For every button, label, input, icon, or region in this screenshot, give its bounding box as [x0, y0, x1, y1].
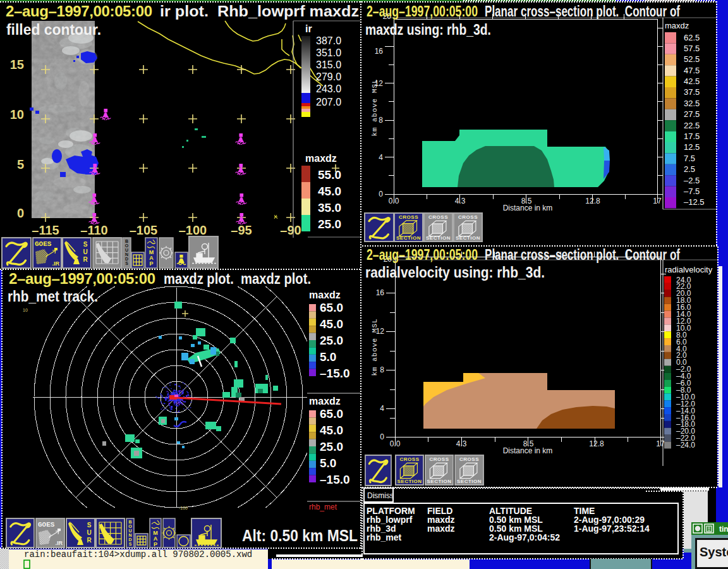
svg-text:17: 17: [656, 439, 665, 448]
svg-text:Planar cross–section plot. Co: Planar cross–section plot. Contour of: [485, 3, 681, 20]
svg-text:Distance in km: Distance in km: [503, 446, 553, 455]
svg-text:Dismiss: Dismiss: [367, 491, 394, 500]
svg-text:maxdz: maxdz: [427, 523, 455, 534]
svg-text:GOES: GOES: [35, 240, 52, 248]
svg-text:25.0: 25.0: [320, 440, 343, 453]
svg-text:maxdz using: rhb_3d.: maxdz using: rhb_3d.: [365, 21, 491, 38]
svg-text:D: D: [125, 257, 128, 261]
svg-text:maxdz plot. maxdz plot.: maxdz plot. maxdz plot.: [164, 270, 311, 287]
svg-text:22.5: 22.5: [684, 121, 700, 130]
svg-text:42.5: 42.5: [684, 76, 700, 86]
svg-text:ir plot. Rhb_lowprf maxdz: ir plot. Rhb_lowprf maxdz: [160, 3, 359, 20]
svg-text:0: 0: [17, 206, 24, 220]
svg-text:CROSS: CROSS: [430, 456, 449, 462]
svg-text:12.5: 12.5: [684, 142, 700, 152]
svg-text:1-Aug-97,23:52:14: 1-Aug-97,23:52:14: [574, 523, 650, 534]
svg-text:–24.0: –24.0: [676, 441, 695, 450]
svg-text:65.0: 65.0: [320, 407, 343, 420]
svg-text:5.0: 5.0: [320, 456, 336, 470]
svg-text:–95: –95: [231, 223, 252, 237]
svg-text:37.5: 37.5: [684, 87, 700, 97]
svg-text:km above MSL: km above MSL: [371, 78, 379, 136]
svg-text:SECTION: SECTION: [427, 479, 451, 484]
svg-text:–90: –90: [280, 223, 301, 237]
svg-text:32.5: 32.5: [684, 99, 700, 108]
svg-text:5: 5: [17, 157, 24, 171]
svg-text:U: U: [83, 248, 87, 255]
svg-text:27.5: 27.5: [684, 109, 700, 119]
svg-text:Syster: Syster: [700, 545, 728, 559]
svg-text:maxdz: maxdz: [665, 21, 689, 30]
svg-text:–2.5: –2.5: [684, 176, 700, 185]
svg-text:8: 8: [379, 116, 383, 125]
svg-text:SECTION: SECTION: [396, 235, 421, 241]
svg-text:ir: ir: [305, 23, 312, 34]
svg-text:–7.5: –7.5: [684, 187, 700, 196]
svg-text:radialvelocity: radialvelocity: [665, 265, 713, 274]
svg-text:57.5: 57.5: [684, 44, 700, 53]
svg-text:55.0: 55.0: [318, 168, 341, 181]
svg-text:maxdz: maxdz: [309, 290, 341, 300]
svg-text:rhb_met track.: rhb_met track.: [8, 288, 98, 305]
svg-text:maxdz: maxdz: [305, 153, 337, 164]
svg-text:Alt: 0.50 km MSL: Alt: 0.50 km MSL: [242, 527, 358, 544]
svg-text:52.5: 52.5: [684, 54, 700, 64]
svg-text:SECTION: SECTION: [457, 479, 482, 484]
svg-text:SECTION: SECTION: [426, 235, 451, 241]
svg-text:12.8: 12.8: [585, 197, 600, 205]
svg-text:0.0: 0.0: [389, 197, 399, 205]
svg-text:2-Aug-97,0:04:52: 2-Aug-97,0:04:52: [489, 532, 560, 542]
svg-text:GOES: GOES: [38, 521, 55, 529]
svg-text:–12.5: –12.5: [684, 197, 705, 207]
svg-text:rhb_met: rhb_met: [309, 503, 337, 511]
svg-text:S: S: [125, 261, 128, 266]
svg-text:16: 16: [376, 288, 385, 297]
svg-text:Planar cross–section plot. Co: Planar cross–section plot. Contour of: [485, 246, 681, 263]
svg-text:25.0: 25.0: [318, 217, 341, 231]
svg-text:25.0: 25.0: [320, 334, 343, 347]
svg-text:O: O: [125, 243, 129, 248]
svg-text:CROSS: CROSS: [428, 214, 448, 220]
svg-text:–105: –105: [130, 223, 158, 237]
svg-text:2–aug–1997,00:05:00: 2–aug–1997,00:05:00: [367, 3, 478, 20]
svg-text:0: 0: [379, 190, 383, 199]
svg-text:S: S: [129, 542, 132, 546]
svg-text:N: N: [128, 533, 131, 537]
svg-text:–110: –110: [80, 223, 107, 237]
svg-text:35.0: 35.0: [318, 201, 341, 214]
svg-text:351.0: 351.0: [316, 47, 341, 58]
svg-text:4: 4: [379, 153, 383, 162]
svg-text:rhb_met: rhb_met: [367, 532, 402, 542]
svg-text:2.5: 2.5: [684, 164, 695, 174]
svg-text:SECTION: SECTION: [456, 235, 480, 241]
svg-text:–115: –115: [32, 223, 59, 237]
svg-text:4.3: 4.3: [455, 197, 466, 205]
svg-text:16: 16: [375, 47, 384, 56]
svg-text:rain:beaufait:104>xdump.all 9: rain:beaufait:104>xdump.all 970802.0005.…: [24, 549, 252, 560]
svg-text:12.8: 12.8: [589, 439, 604, 448]
svg-text:45.0: 45.0: [320, 424, 343, 437]
svg-text:.IR: .IR: [55, 540, 63, 546]
svg-text:U: U: [128, 529, 131, 533]
svg-text:Distance in km: Distance in km: [503, 204, 553, 212]
svg-text:7.5: 7.5: [684, 154, 695, 163]
svg-text:47.5: 47.5: [684, 66, 700, 75]
svg-text:P: P: [149, 260, 153, 267]
svg-text:0: 0: [380, 432, 384, 441]
svg-text:R: R: [87, 537, 92, 544]
svg-text:8: 8: [380, 365, 384, 374]
svg-text:62.5: 62.5: [684, 33, 700, 42]
svg-text:4.3: 4.3: [456, 439, 467, 448]
svg-text:45.0: 45.0: [320, 317, 343, 331]
svg-text:10: 10: [23, 308, 28, 312]
svg-text:17.5: 17.5: [684, 132, 700, 141]
svg-text:CROSS: CROSS: [399, 214, 418, 220]
svg-text:km above MSL: km above MSL: [371, 318, 379, 376]
svg-text:17: 17: [653, 197, 662, 205]
svg-text:15: 15: [10, 58, 24, 71]
svg-text:2–aug–1997,00:05:00: 2–aug–1997,00:05:00: [367, 246, 478, 263]
svg-text:4: 4: [380, 404, 384, 413]
svg-text:279.0: 279.0: [316, 71, 341, 82]
svg-text:R: R: [83, 256, 88, 263]
svg-text:O: O: [128, 524, 132, 529]
